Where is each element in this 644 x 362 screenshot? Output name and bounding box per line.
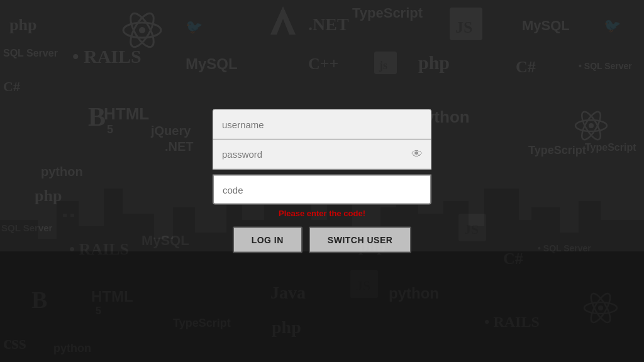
error-message: Please enter the code! [279,209,365,218]
login-form: 👁 Please enter the code! LOG IN SWITCH U… [209,109,435,253]
svg-rect-94 [0,251,644,362]
code-wrapper [213,175,431,205]
form-buttons: LOG IN SWITCH USER [233,227,412,253]
password-input[interactable] [213,140,431,170]
switch-user-button[interactable]: SWITCH USER [309,227,412,253]
password-wrapper: 👁 [213,140,431,170]
username-input[interactable] [213,109,431,140]
code-input[interactable] [213,175,431,205]
show-password-icon[interactable]: 👁 [411,148,423,161]
login-button[interactable]: LOG IN [233,227,303,253]
